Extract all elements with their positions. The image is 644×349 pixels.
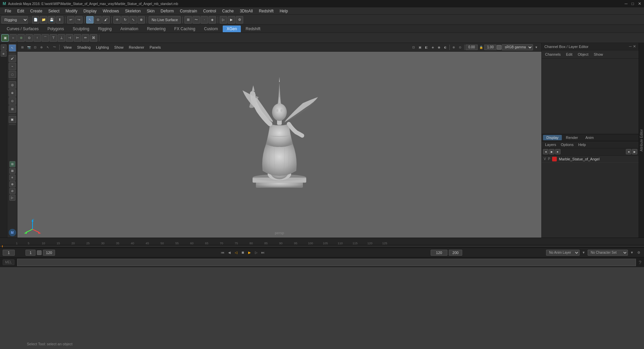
vp-shadow-icon[interactable]: ◐ [442, 44, 448, 50]
select-mode-button[interactable]: ↖ [9, 44, 16, 52]
layer-playback-label[interactable]: P [548, 157, 550, 161]
menu-item-3dtoall[interactable]: 3DtoAll [237, 8, 256, 14]
vp-frame-icon[interactable]: ⊡ [32, 44, 38, 50]
smooth-tool-button[interactable]: ~ [9, 63, 16, 70]
options-subtab[interactable]: Options [559, 142, 575, 147]
play-forward-button[interactable]: ▶ [247, 250, 252, 255]
vp-shading-menu[interactable]: Shading [75, 45, 93, 50]
layer-prev-button[interactable]: ◄ [543, 149, 548, 154]
vp-value2-input[interactable] [484, 45, 496, 50]
shelf-curve-button[interactable]: ⌒ [42, 34, 49, 42]
vp-bookmark-icon[interactable]: ⊛ [39, 44, 45, 50]
menu-item-constrain[interactable]: Constrain [177, 8, 200, 14]
menu-item-select[interactable]: Select [46, 8, 62, 14]
save-file-button[interactable]: 💾 [48, 16, 55, 23]
menu-item-redshift[interactable]: Redshift [256, 8, 276, 14]
scale-tool-button[interactable]: ⤡ [129, 16, 137, 23]
show-tab[interactable]: Show [592, 52, 604, 57]
module-tab-rendering[interactable]: Rendering [143, 26, 169, 32]
undo-button[interactable]: ↩ [67, 16, 74, 23]
shelf-tube-button[interactable]: ⊙ [25, 34, 33, 42]
snap-grid-button[interactable]: ⊞ [184, 16, 192, 23]
layer-play-button[interactable]: ▶ [549, 149, 554, 154]
module-tab-sculpting[interactable]: Sculpting [69, 26, 93, 32]
snap-right-button[interactable]: ⊠ [9, 168, 15, 174]
paint-select-button[interactable]: 🖌 [102, 16, 110, 23]
render-tab[interactable]: Render [562, 135, 581, 140]
vp-texture-icon[interactable]: ◈ [430, 44, 436, 50]
vp-flat-icon[interactable]: ◧ [423, 44, 429, 50]
layers-subtab[interactable]: Layers [544, 142, 557, 147]
stop-button[interactable]: ⏹ [240, 250, 246, 255]
max-end-input[interactable] [449, 250, 462, 256]
layer-visibility-label[interactable]: V [544, 157, 546, 161]
shelf-circle-button[interactable]: ○ [9, 34, 17, 42]
redo-button[interactable]: ↪ [75, 16, 83, 23]
layer-mgr-button[interactable]: ≡ [9, 174, 15, 181]
module-tab-fx-caching[interactable]: FX Caching [170, 26, 200, 32]
menu-item-deform[interactable]: Deform [158, 8, 176, 14]
ipr-render-button[interactable]: ▶ [228, 16, 235, 23]
import-button[interactable]: ⬆ [56, 16, 63, 23]
anim-layer-dropdown[interactable]: No Anim Layer [546, 250, 580, 256]
object-tab[interactable]: Object [576, 52, 590, 57]
render-layer-button[interactable]: ⊗ [9, 181, 15, 187]
script-input[interactable] [17, 259, 636, 266]
minimize-button[interactable]: ─ [625, 1, 628, 6]
snap-left-button[interactable]: ⊞ [9, 161, 15, 167]
attribute-editor-tab[interactable]: Attribute Editor [639, 43, 644, 238]
snap-curve-button[interactable]: 〜 [193, 16, 200, 23]
menu-item-edit[interactable]: Edit [14, 8, 27, 14]
module-tab-xgen[interactable]: XGen [223, 26, 241, 32]
universal-manip-button[interactable]: ⊕ [138, 16, 145, 23]
symmetry-button[interactable]: ⊞ [9, 105, 16, 113]
script-mode-label[interactable]: MEL [3, 259, 14, 265]
shelf-joint-button[interactable]: ⊥ [58, 34, 65, 42]
rotate-tool-button[interactable]: ↻ [121, 16, 129, 23]
lasso-select-button[interactable]: ⊙ [94, 16, 102, 23]
max-start-input[interactable] [431, 250, 447, 256]
help-subtab[interactable]: Help [577, 142, 587, 147]
menu-item-create[interactable]: Create [28, 8, 45, 14]
display-layer-button[interactable]: ⊘ [9, 188, 15, 194]
vp-camera-icon[interactable]: 📷 [26, 44, 32, 50]
vp-select-icon[interactable]: ↖ [45, 44, 51, 50]
current-frame-input[interactable] [3, 250, 15, 256]
play-back-button[interactable]: ◁ [233, 250, 239, 255]
close-button[interactable]: ✕ [638, 1, 641, 6]
range-start-input[interactable] [25, 250, 36, 256]
anim-layer-arrow[interactable]: ▼ [581, 250, 586, 255]
vp-show-menu[interactable]: Show [112, 45, 126, 50]
vp-renderer-menu[interactable]: Renderer [127, 45, 146, 50]
vp-color-icon[interactable] [497, 45, 501, 50]
move-tool-button[interactable]: ✛ [113, 16, 121, 23]
soft-select-button[interactable]: ⊙ [9, 97, 16, 105]
render-current-button[interactable]: ▷ [220, 16, 227, 23]
panel-close-icon[interactable]: ✕ [633, 44, 636, 49]
display-tab[interactable]: Display [543, 135, 562, 140]
vp-xray-icon[interactable]: ⊕ [451, 44, 457, 50]
timeline-bar[interactable] [0, 245, 644, 248]
module-tab-rigging[interactable]: Rigging [94, 26, 116, 32]
vp-curve-icon[interactable]: 〜 [51, 44, 57, 50]
relax-tool-button[interactable]: ◌ [9, 71, 16, 78]
vp-panels-menu[interactable]: Panels [148, 45, 163, 50]
layer-edit-button[interactable]: ▶ [632, 149, 637, 154]
shelf-bone-button[interactable]: ⊤ [50, 34, 57, 42]
module-tab-polygons[interactable]: Polygons [43, 26, 68, 32]
menu-item-skeleton[interactable]: Skeleton [122, 8, 144, 14]
vp-wireframe-icon[interactable]: ⊡ [411, 44, 417, 50]
shelf-leaf-button[interactable]: ⊛ [17, 34, 25, 42]
layer-next-button[interactable]: ► [555, 149, 560, 154]
select-tool-button[interactable]: ↖ [86, 16, 94, 23]
open-file-button[interactable]: 📁 [40, 16, 47, 23]
render-settings-button[interactable]: ⚙ [236, 16, 243, 23]
vp-lighting-menu[interactable]: Lighting [94, 45, 111, 50]
layer-add-button[interactable]: ◄ [626, 149, 631, 154]
layer-item[interactable]: V P Marble_Statue_of_Angel [542, 156, 639, 163]
vp-grid-icon[interactable]: ⊞ [19, 44, 25, 50]
step-back-button[interactable]: ◀ [227, 250, 232, 255]
panel-minimize-icon[interactable]: ─ [629, 44, 632, 49]
snap-view-button[interactable]: ◈ [209, 16, 216, 23]
side-btn-1[interactable]: ≡ [1, 44, 7, 50]
